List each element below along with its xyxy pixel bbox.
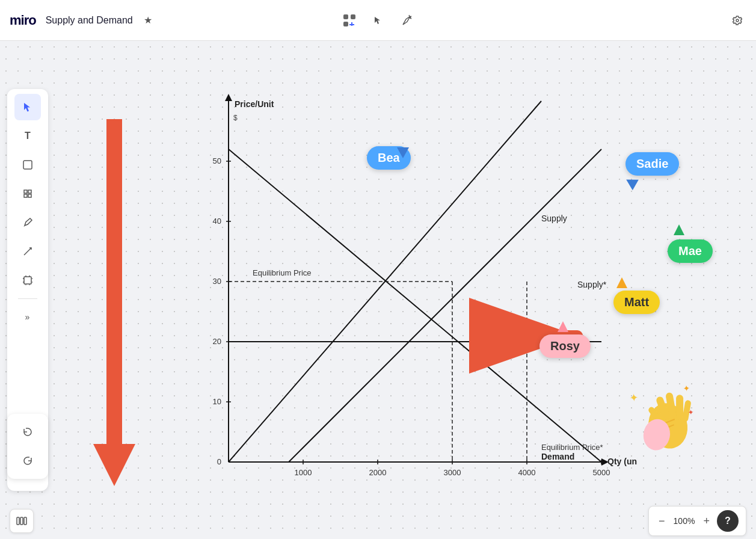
canvas[interactable]: T »: [0, 41, 756, 539]
mae-cursor: [674, 224, 684, 235]
emoji-sticker: ✦ ✦ ✦: [628, 378, 707, 464]
miro-logo: miro: [10, 13, 36, 28]
zoom-level[interactable]: 100%: [672, 516, 696, 526]
matt-label: Matt: [613, 291, 660, 314]
svg-text:0: 0: [217, 457, 221, 466]
mae-label: Mae: [668, 239, 713, 263]
selection-tool-button[interactable]: [366, 8, 390, 32]
svg-text:20: 20: [213, 337, 221, 346]
help-button[interactable]: ?: [717, 510, 739, 532]
svg-text:30: 30: [213, 277, 221, 286]
svg-text:3000: 3000: [444, 468, 461, 477]
apps-icon-button[interactable]: [337, 8, 361, 32]
svg-rect-19: [28, 194, 31, 197]
svg-text:50: 50: [213, 156, 221, 165]
svg-text:Demand: Demand: [541, 452, 574, 461]
svg-text:1000: 1000: [295, 468, 312, 477]
sadie-label: Sadie: [625, 152, 679, 176]
pen-tool[interactable]: [14, 209, 41, 236]
sidebar-divider: [18, 298, 37, 299]
svg-text:Equilibrium Price: Equilibrium Price: [253, 268, 312, 277]
svg-rect-0: [343, 14, 348, 19]
more-tools[interactable]: »: [14, 304, 41, 330]
svg-text:✦: ✦: [629, 392, 639, 404]
svg-text:2000: 2000: [369, 468, 387, 477]
svg-rect-68: [676, 395, 683, 420]
svg-marker-24: [225, 94, 232, 101]
matt-cursor: [616, 277, 627, 288]
board-title: Supply and Demand: [46, 15, 133, 26]
svg-rect-15: [23, 161, 32, 169]
svg-marker-22: [93, 444, 135, 486]
settings-button[interactable]: [728, 11, 746, 29]
svg-rect-78: [20, 517, 23, 525]
svg-text:✦: ✦: [683, 383, 690, 393]
svg-rect-16: [24, 190, 27, 193]
star-button[interactable]: ★: [140, 11, 156, 29]
svg-text:Supply*: Supply*: [577, 280, 607, 289]
svg-rect-18: [24, 194, 27, 197]
svg-text:5000: 5000: [593, 468, 610, 477]
svg-rect-21: [106, 119, 122, 444]
zoom-in-button[interactable]: +: [701, 515, 712, 528]
svg-text:Price/Unit: Price/Unit: [235, 99, 274, 109]
svg-text:$: $: [233, 114, 238, 122]
svg-rect-20: [24, 277, 31, 284]
svg-line-53: [289, 149, 601, 462]
svg-text:Qty (units): Qty (units): [607, 457, 638, 466]
zoom-controls: − 100% + ?: [648, 506, 746, 536]
bottom-bar: − 100% + ?: [0, 503, 756, 539]
header: miro Supply and Demand ★: [0, 0, 756, 41]
undo-button[interactable]: [14, 419, 41, 445]
rosy-label: Rosy: [539, 334, 591, 358]
frame-tool[interactable]: [14, 267, 41, 294]
svg-text:10: 10: [213, 397, 221, 406]
svg-rect-79: [24, 517, 26, 525]
svg-text:Supply: Supply: [541, 214, 567, 223]
select-tool[interactable]: [14, 94, 41, 120]
svg-rect-2: [343, 22, 348, 26]
svg-rect-1: [351, 14, 355, 19]
redo-button[interactable]: [14, 448, 41, 474]
svg-text:Equilibrium Price*: Equilibrium Price*: [541, 443, 603, 452]
svg-rect-4: [349, 24, 354, 25]
svg-rect-77: [17, 517, 19, 525]
library-button[interactable]: [10, 509, 34, 533]
rosy-cursor: [558, 321, 568, 332]
sticky-tool[interactable]: [14, 152, 41, 178]
svg-line-55: [229, 149, 601, 462]
connector-tool[interactable]: [14, 238, 41, 265]
bea-cursor: [397, 147, 409, 158]
zoom-out-button[interactable]: −: [656, 515, 668, 528]
text-tool[interactable]: T: [14, 123, 41, 149]
svg-text:✦: ✦: [687, 408, 694, 417]
celebration-button[interactable]: [395, 8, 419, 32]
center-toolbar: [337, 8, 419, 32]
shapes-tool[interactable]: [14, 180, 41, 207]
svg-text:4000: 4000: [518, 468, 536, 477]
svg-text:40: 40: [213, 217, 221, 226]
vertical-arrow: [93, 119, 135, 494]
undo-redo-panel: [7, 414, 48, 479]
svg-rect-17: [28, 190, 31, 193]
